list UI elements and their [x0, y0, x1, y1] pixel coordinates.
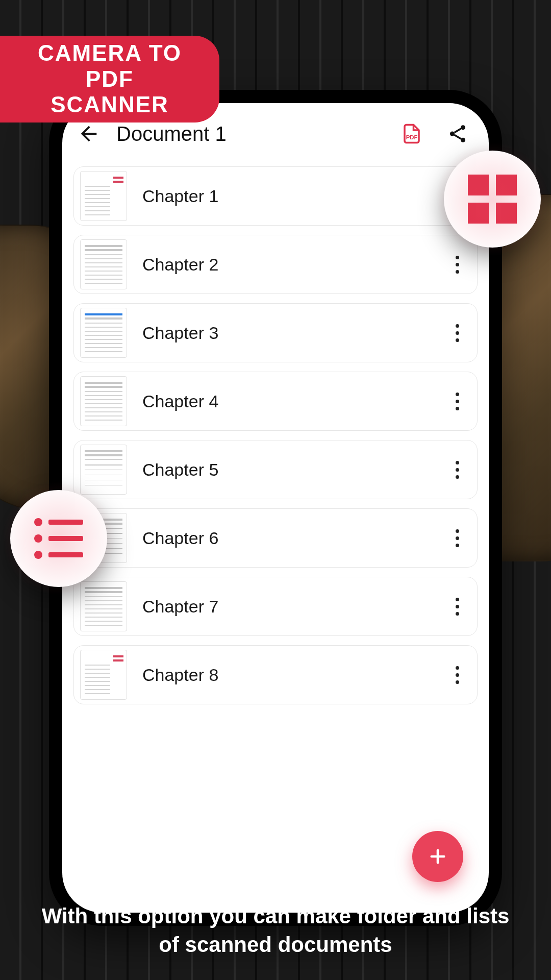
caption-line-2: of scanned documents	[31, 930, 520, 960]
export-pdf-button[interactable]: PDF	[401, 123, 422, 144]
document-thumbnail	[80, 171, 127, 221]
document-item[interactable]: Chapter 6	[73, 508, 478, 568]
document-list: Chapter 1Chapter 2Chapter 3Chapter 4Chap…	[73, 164, 478, 913]
document-more-button[interactable]	[449, 323, 465, 343]
phone-frame: Document 1 PDF	[51, 92, 500, 924]
document-thumbnail	[80, 445, 127, 495]
document-more-button[interactable]	[449, 254, 465, 275]
promo-banner: CAMERA TO PDF SCANNER	[0, 36, 219, 122]
document-title: Chapter 6	[142, 528, 434, 548]
document-item[interactable]: Chapter 3	[73, 303, 478, 362]
document-item[interactable]: Chapter 7	[73, 577, 478, 636]
document-item[interactable]: Chapter 5	[73, 440, 478, 499]
document-item[interactable]: Chapter 2	[73, 235, 478, 294]
back-button[interactable]	[74, 119, 103, 148]
document-more-button[interactable]	[449, 596, 465, 617]
document-title: Chapter 7	[142, 597, 434, 617]
header-actions: PDF	[401, 123, 468, 144]
share-button[interactable]	[447, 123, 468, 144]
document-thumbnail	[80, 376, 127, 426]
document-title: Chapter 1	[142, 186, 434, 206]
document-title: Chapter 3	[142, 323, 434, 343]
document-title: Chapter 8	[142, 665, 434, 685]
document-thumbnail	[80, 308, 127, 358]
document-item[interactable]: Chapter 1	[73, 166, 478, 226]
arrow-left-icon	[77, 122, 101, 145]
grid-view-callout[interactable]	[444, 151, 541, 248]
list-view-callout[interactable]	[10, 490, 107, 587]
grid-view-icon	[468, 175, 517, 224]
document-more-button[interactable]	[449, 459, 465, 480]
document-thumbnail	[80, 239, 127, 289]
document-title: Chapter 5	[142, 460, 434, 480]
promo-line-2: SCANNER	[14, 92, 205, 118]
document-item[interactable]: Chapter 8	[73, 645, 478, 704]
share-icon	[447, 123, 468, 144]
caption: With this option you can make folder and…	[0, 902, 551, 960]
pdf-file-icon: PDF	[401, 123, 422, 144]
document-title: Chapter 4	[142, 391, 434, 411]
page-title: Document 1	[116, 122, 391, 145]
add-document-button[interactable]	[412, 831, 463, 882]
document-title: Chapter 2	[142, 255, 434, 275]
list-view-icon	[34, 518, 83, 559]
svg-point-3	[461, 138, 465, 142]
document-thumbnail	[80, 581, 127, 631]
document-item[interactable]: Chapter 4	[73, 372, 478, 431]
document-more-button[interactable]	[449, 665, 465, 685]
svg-point-2	[450, 131, 455, 136]
promo-line-1: CAMERA TO PDF	[14, 40, 205, 92]
svg-point-1	[461, 125, 465, 130]
caption-line-1: With this option you can make folder and…	[31, 902, 520, 931]
plus-icon	[427, 846, 448, 867]
document-more-button[interactable]	[449, 528, 465, 548]
svg-text:PDF: PDF	[406, 134, 418, 140]
app-screen: Document 1 PDF	[62, 103, 489, 913]
document-more-button[interactable]	[449, 391, 465, 411]
document-thumbnail	[80, 650, 127, 700]
